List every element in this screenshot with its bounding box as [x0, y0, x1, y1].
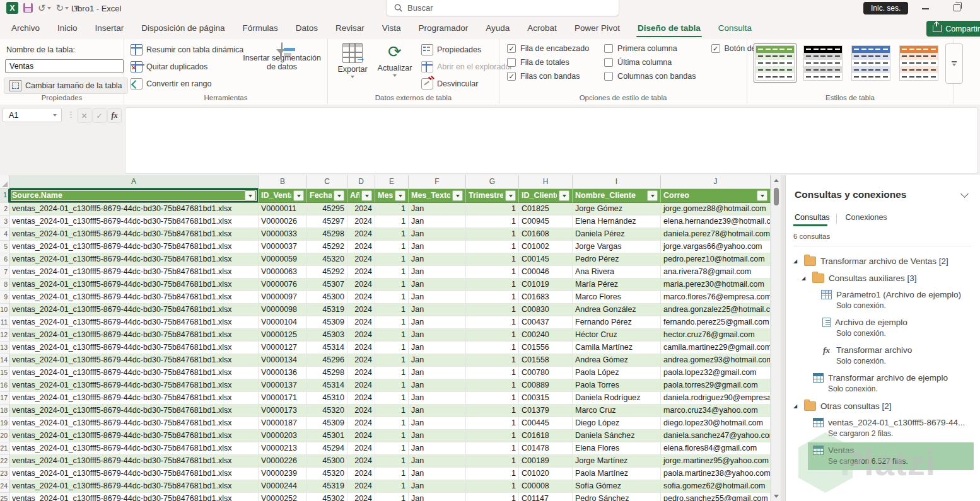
cell[interactable]: V0000098 [259, 304, 307, 316]
cell[interactable]: 45294 [307, 442, 347, 455]
cell[interactable]: 1 [375, 216, 409, 228]
cell[interactable]: V0000063 [259, 266, 307, 279]
sign-in-button[interactable]: Inic. ses. [863, 2, 908, 14]
cell[interactable]: C01379 [519, 405, 573, 417]
cell[interactable]: V0000097 [259, 291, 307, 304]
cell[interactable]: 45300 [307, 291, 347, 304]
cell[interactable]: 45310 [307, 392, 347, 405]
insert-function-button[interactable]: fx [107, 108, 122, 123]
cell[interactable]: V0000239 [259, 468, 307, 480]
tab-conexiones[interactable]: Conexiones [844, 210, 894, 226]
tab-datos[interactable]: Datos [287, 18, 327, 38]
cell[interactable]: Camila Martínez [573, 342, 661, 354]
cell[interactable]: 2024 [347, 203, 375, 216]
row-number[interactable]: 17 [0, 392, 9, 405]
cell[interactable]: 1 [375, 468, 409, 480]
cell[interactable]: Jan [409, 392, 466, 405]
filter-button[interactable] [559, 190, 569, 201]
checkbox-fila-de-encabezado[interactable]: ✓Fila de encabezado [507, 44, 589, 53]
cell[interactable]: Jan [409, 468, 466, 480]
cell[interactable]: 2024 [347, 480, 375, 493]
header-cell-correo[interactable]: Correo [661, 189, 771, 203]
cell[interactable]: 1 [375, 253, 409, 266]
cell[interactable]: C01019 [519, 279, 573, 291]
cell[interactable]: 45319 [307, 480, 347, 493]
cell[interactable]: jorge.gomez88@hotmail.com [661, 203, 771, 216]
formula-input[interactable] [125, 107, 978, 174]
unlink-button[interactable]: Desvincular [421, 78, 513, 89]
header-cell-año[interactable]: Año [347, 189, 375, 203]
cell[interactable]: marco.cruz34@yahoo.com [661, 405, 771, 417]
column-header-E[interactable]: E [375, 175, 409, 189]
cell[interactable]: 45320 [307, 253, 347, 266]
cell[interactable]: 2024 [347, 342, 375, 354]
cell[interactable]: 1 [466, 279, 519, 291]
cell[interactable]: 2024 [347, 266, 375, 279]
cell[interactable]: 2024 [347, 442, 375, 455]
column-header-H[interactable]: H [519, 175, 573, 189]
cell[interactable]: 2024 [347, 304, 375, 316]
cell[interactable]: fernando.perez25@gmail.com [661, 316, 771, 329]
cell[interactable]: 1 [466, 468, 519, 480]
cell[interactable]: pedro.perez10@hotmail.com [661, 253, 771, 266]
tab-disposici-n-de-p-gina[interactable]: Disposición de página [132, 18, 233, 38]
cell[interactable]: 2024 [347, 316, 375, 329]
cell[interactable]: Jan [409, 493, 466, 501]
cell[interactable]: ventas_2024-01_c130fff5-8679-44dc-bd30-7… [9, 367, 259, 379]
tab-ayuda[interactable]: Ayuda [477, 18, 518, 38]
cell[interactable]: C00315 [519, 392, 573, 405]
table-style-blue[interactable] [849, 43, 892, 83]
table-name-input[interactable] [5, 59, 124, 73]
tree-folder-transformar-archivo-de-ventas-2-[interactable]: ◢Transformar archivo de Ventas [2] [786, 253, 980, 270]
cell[interactable]: C01020 [519, 468, 573, 480]
convert-to-range-button[interactable]: Convertir en rango [131, 78, 243, 89]
tree-item-ventas[interactable]: VentasSe cargaron 6.527 filas. [808, 442, 974, 470]
row-number[interactable]: 9 [0, 291, 9, 304]
cell[interactable]: Elena Hernández [573, 216, 661, 228]
cell[interactable]: C00889 [519, 379, 573, 392]
table-style-dark[interactable] [802, 43, 844, 83]
remove-duplicates-button[interactable]: Quitar duplicados [131, 61, 243, 72]
cell[interactable]: 1 [466, 203, 519, 216]
cell[interactable]: ventas_2024-01_c130fff5-8679-44dc-bd30-7… [9, 405, 259, 417]
cell[interactable]: 1 [466, 228, 519, 241]
cell[interactable]: C01558 [519, 354, 573, 367]
cell[interactable]: 2024 [347, 253, 375, 266]
row-number[interactable]: 20 [0, 430, 9, 442]
cell[interactable]: V0000104 [259, 316, 307, 329]
save-icon[interactable] [23, 3, 33, 13]
cell[interactable]: Paola Martínez [573, 468, 661, 480]
column-header-I[interactable]: I [573, 175, 661, 189]
column-header-A[interactable]: A [9, 175, 259, 189]
row-number[interactable]: 4 [0, 228, 9, 241]
row-number[interactable]: 24 [0, 480, 9, 493]
cell[interactable]: ventas_2024-01_c130fff5-8679-44dc-bd30-7… [9, 228, 259, 241]
cell[interactable]: 45307 [307, 279, 347, 291]
tree-folder-otras-consultas-2-[interactable]: ◢Otras consultas [2] [786, 398, 980, 415]
cell[interactable]: Jorge Vargas [573, 241, 661, 253]
tab-f-rmulas[interactable]: Fórmulas [233, 18, 286, 38]
cell[interactable]: hector.cruz76@gmail.com [661, 329, 771, 342]
cell[interactable]: 1 [466, 329, 519, 342]
cell[interactable]: Paola López [573, 367, 661, 379]
cell[interactable]: 45302 [307, 493, 347, 501]
cell[interactable]: ana.rivera78@gmail.com [661, 266, 771, 279]
filter-button[interactable] [757, 190, 767, 201]
tab-dise-o-de-tabla[interactable]: Diseño de tabla [629, 18, 709, 38]
cell[interactable]: 1 [375, 279, 409, 291]
cell[interactable]: V0000076 [259, 279, 307, 291]
cell[interactable]: Jan [409, 241, 466, 253]
cell[interactable]: paola.torres29@gmail.com [661, 379, 771, 392]
cell[interactable]: Jan [409, 216, 466, 228]
cell[interactable]: 1 [466, 405, 519, 417]
cell[interactable]: Jan [409, 480, 466, 493]
cell[interactable]: ventas_2024-01_c130fff5-8679-44dc-bd30-7… [9, 468, 259, 480]
filter-button[interactable] [361, 190, 372, 201]
cell[interactable]: C01825 [519, 203, 573, 216]
panel-splitter[interactable] [781, 175, 786, 501]
cell[interactable]: ventas_2024-01_c130fff5-8679-44dc-bd30-7… [9, 253, 259, 266]
cell[interactable]: 2024 [347, 279, 375, 291]
checkbox--ltima-columna[interactable]: Última columna [604, 58, 696, 67]
tab-vista[interactable]: Vista [373, 18, 410, 38]
filter-button[interactable] [505, 190, 516, 201]
